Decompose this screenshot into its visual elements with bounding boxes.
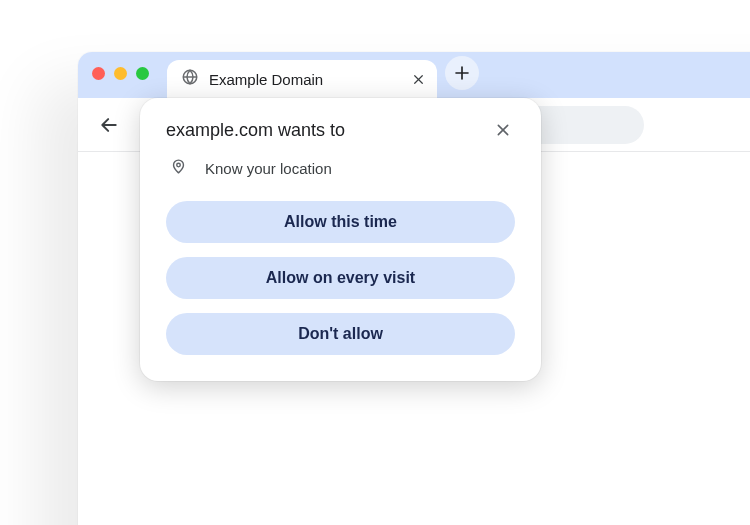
close-popup-button[interactable] xyxy=(491,118,515,142)
deny-button[interactable]: Don't allow xyxy=(166,313,515,355)
location-pin-icon xyxy=(170,158,187,179)
allow-once-button[interactable]: Allow this time xyxy=(166,201,515,243)
window-controls xyxy=(92,52,167,98)
permission-label: Know your location xyxy=(205,160,332,177)
minimize-window-button[interactable] xyxy=(114,67,127,80)
svg-point-2 xyxy=(177,163,181,167)
permission-title: example.com wants to xyxy=(166,120,345,141)
permission-row: Know your location xyxy=(166,158,515,179)
globe-icon xyxy=(181,68,199,90)
maximize-window-button[interactable] xyxy=(136,67,149,80)
permission-prompt: example.com wants to Know your location … xyxy=(140,98,541,381)
close-tab-button[interactable] xyxy=(409,70,427,88)
tab-title: Example Domain xyxy=(209,71,399,88)
allow-always-button[interactable]: Allow on every visit xyxy=(166,257,515,299)
new-tab-button[interactable] xyxy=(445,56,479,90)
tab-strip: Example Domain xyxy=(78,52,750,98)
close-window-button[interactable] xyxy=(92,67,105,80)
browser-tab[interactable]: Example Domain xyxy=(167,60,437,98)
back-button[interactable] xyxy=(92,108,126,142)
